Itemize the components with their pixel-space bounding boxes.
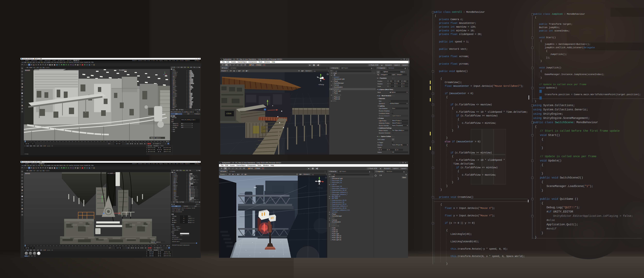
svg-text:默认摄像机 已+: 默认摄像机 已+	[108, 173, 116, 174]
svg-text:默认摄像机 已+: 默认摄像机 已+	[119, 70, 127, 71]
svg-text:透视视图: 透视视图	[25, 70, 30, 71]
svg-text:透视视图: 透视视图	[25, 173, 30, 174]
svg-text:⋖Persp: ⋖Persp	[317, 187, 323, 189]
svg-text:⋖Persp: ⋖Persp	[318, 84, 324, 86]
svg-text:网格间距 : 5000 cm: 网格间距 : 5000 cm	[150, 137, 160, 139]
svg-text:试骨科: 试骨科	[226, 112, 232, 115]
svg-text:网格间距 : 5000 cm: 网格间距 : 5000 cm	[150, 241, 160, 243]
